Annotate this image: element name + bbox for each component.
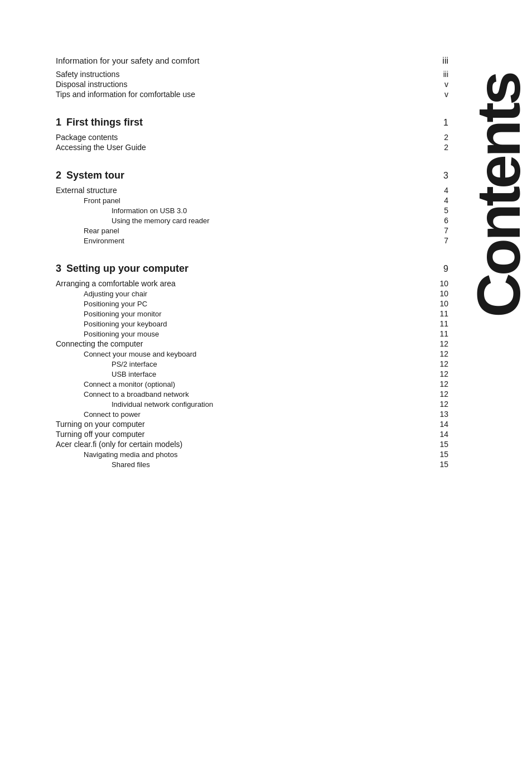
toc-child-page: 11 <box>432 329 448 338</box>
toc-child-row: Disposal instructionsv <box>56 80 448 89</box>
toc-content: Information for your safety and comforti… <box>56 33 448 469</box>
toc-section-title: 2 System tour <box>56 170 124 181</box>
toc-child-page: 5 <box>432 206 448 215</box>
toc-child-row: Information on USB 3.05 <box>56 206 448 215</box>
toc-child-row: Navigating media and photos15 <box>56 450 448 459</box>
toc-child-page: 15 <box>432 440 448 449</box>
toc-child-title: Shared files <box>56 460 150 469</box>
toc-child-title: Positioning your mouse <box>56 330 159 338</box>
toc-child-title: PS/2 interface <box>56 360 157 368</box>
contents-sidebar: Contents <box>465 28 532 363</box>
toc-child-title: Information on USB 3.0 <box>56 206 187 215</box>
contents-title: Contents <box>468 74 529 318</box>
toc-child-row: Front panel4 <box>56 196 448 205</box>
toc-child-page: 12 <box>432 339 448 348</box>
toc-child-page: 12 <box>432 349 448 358</box>
toc-child-title: Connect your mouse and keyboard <box>56 350 196 358</box>
toc-child-row: Environment7 <box>56 236 448 245</box>
toc-child-row: Positioning your keyboard11 <box>56 319 448 328</box>
toc-child-title: Disposal instructions <box>56 80 127 89</box>
toc-child-page: 14 <box>432 430 448 439</box>
toc-section-title: 1 First things first <box>56 117 143 128</box>
toc-child-row: Tips and information for comfortable use… <box>56 90 448 99</box>
toc-child-page: 12 <box>432 379 448 388</box>
toc-section-title: Information for your safety and comfort <box>56 56 200 65</box>
toc-child-page: 10 <box>432 289 448 298</box>
toc-child-title: Navigating media and photos <box>56 450 177 459</box>
toc-child-row: Connecting the computer12 <box>56 339 448 348</box>
toc-child-row: Connect a monitor (optional)12 <box>56 379 448 388</box>
toc-child-row: Connect to power13 <box>56 410 448 419</box>
toc-child-page: 4 <box>432 186 448 195</box>
toc-child-title: External structure <box>56 186 117 195</box>
toc-child-title: Positioning your monitor <box>56 310 161 318</box>
toc-child-title: Package contents <box>56 133 118 142</box>
toc-child-row: Accessing the User Guide2 <box>56 143 448 152</box>
toc-child-page: 10 <box>432 299 448 308</box>
toc-child-page: 2 <box>432 133 448 142</box>
toc-child-page: v <box>432 80 448 89</box>
toc-child-title: Rear panel <box>56 227 119 235</box>
toc-child-page: 15 <box>432 460 448 469</box>
toc-child-page: v <box>432 90 448 99</box>
toc-child-title: Positioning your PC <box>56 300 147 308</box>
toc-child-row: Turning on your computer14 <box>56 420 448 429</box>
toc-child-row: Positioning your monitor11 <box>56 309 448 318</box>
toc-child-title: Adjusting your chair <box>56 290 147 298</box>
toc-section: 1 First things first1Package contents2Ac… <box>56 117 448 152</box>
toc-child-title: USB interface <box>56 370 156 378</box>
toc-child-page: 2 <box>432 143 448 152</box>
toc-child-page: iii <box>432 70 448 79</box>
toc-child-row: USB interface12 <box>56 369 448 378</box>
toc-child-page: 7 <box>432 226 448 235</box>
toc-page-number: iii <box>432 56 448 66</box>
toc-child-row: Connect to a broadband network12 <box>56 390 448 398</box>
toc-child-page: 12 <box>432 390 448 398</box>
toc-child-page: 14 <box>432 420 448 429</box>
toc-page-number: 3 <box>432 171 448 181</box>
toc-child-title: Turning off your computer <box>56 430 145 439</box>
toc-child-page: 13 <box>432 410 448 419</box>
toc-child-title: Environment <box>56 237 124 245</box>
toc-child-title: Accessing the User Guide <box>56 143 146 152</box>
toc-child-page: 11 <box>432 309 448 318</box>
toc-child-page: 15 <box>432 450 448 459</box>
toc-child-title: Tips and information for comfortable use <box>56 90 195 99</box>
toc-child-title: Turning on your computer <box>56 420 145 429</box>
page-container: Contents Information for your safety and… <box>0 0 532 764</box>
toc-child-row: Safety instructionsiii <box>56 70 448 79</box>
toc-child-row: Adjusting your chair10 <box>56 289 448 298</box>
toc-header-row: 2 System tour3 <box>56 170 448 185</box>
toc-child-row: Connect your mouse and keyboard12 <box>56 349 448 358</box>
toc-child-title: Positioning your keyboard <box>56 320 167 328</box>
toc-child-title: Safety instructions <box>56 70 119 79</box>
toc-child-title: Individual network configuration <box>56 400 213 409</box>
toc-child-page: 12 <box>432 369 448 378</box>
toc-section-title: 3 Setting up your computer <box>56 263 188 275</box>
toc-child-page: 12 <box>432 359 448 368</box>
toc-section: Information for your safety and comforti… <box>56 56 448 99</box>
toc-child-title: Connect to power <box>56 410 141 419</box>
toc-child-title: Front panel <box>56 196 120 205</box>
toc-header-row: 1 First things first1 <box>56 117 448 132</box>
toc-child-page: 12 <box>432 400 448 409</box>
toc-child-title: Connect a monitor (optional) <box>56 380 175 388</box>
toc-child-title: Using the memory card reader <box>56 217 210 225</box>
toc-page-number: 1 <box>432 118 448 128</box>
toc-header-row: Information for your safety and comforti… <box>56 56 448 69</box>
toc-child-title: Acer clear.fi (only for certain models) <box>56 440 182 449</box>
toc-child-row: Turning off your computer14 <box>56 430 448 439</box>
toc-child-row: Arranging a comfortable work area10 <box>56 279 448 288</box>
toc-child-row: Shared files15 <box>56 460 448 469</box>
toc-child-row: External structure4 <box>56 186 448 195</box>
toc-child-title: Connecting the computer <box>56 339 143 348</box>
toc-child-page: 11 <box>432 319 448 328</box>
toc-child-row: Rear panel7 <box>56 226 448 235</box>
toc-child-row: Acer clear.fi (only for certain models)1… <box>56 440 448 449</box>
toc-child-row: Positioning your mouse11 <box>56 329 448 338</box>
toc-header-row: 3 Setting up your computer9 <box>56 263 448 278</box>
toc-child-row: PS/2 interface12 <box>56 359 448 368</box>
toc-child-row: Individual network configuration12 <box>56 400 448 409</box>
toc-child-row: Package contents2 <box>56 133 448 142</box>
toc-child-page: 7 <box>432 236 448 245</box>
